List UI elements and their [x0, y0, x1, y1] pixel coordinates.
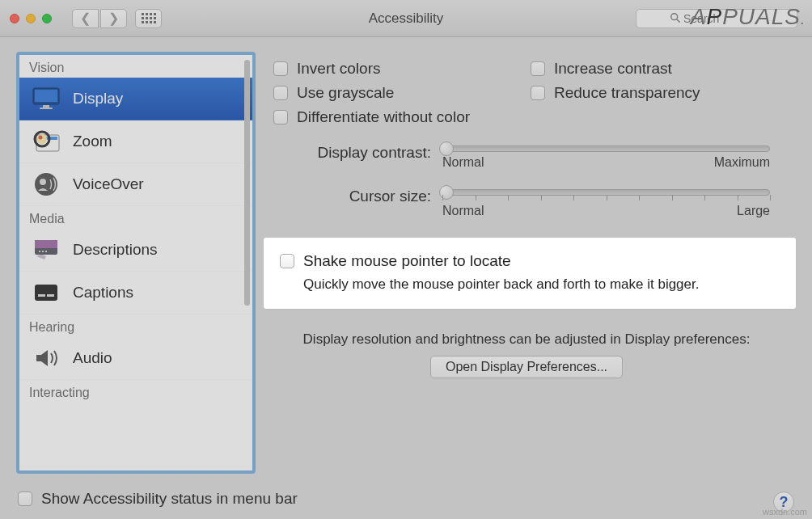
close-window-button[interactable]: [10, 14, 19, 23]
show-all-button[interactable]: [135, 9, 162, 28]
display-contrast-slider[interactable]: [442, 146, 770, 152]
sidebar-item-label: Zoom: [73, 133, 112, 150]
svg-point-10: [39, 136, 43, 140]
checkbox-label: Shake mouse pointer to locate: [303, 252, 511, 270]
zoom-icon: [31, 128, 61, 155]
differentiate-color-checkbox[interactable]: Differentiate without color: [273, 108, 780, 126]
window-titlebar: ❮ ❯ Accessibility: [0, 0, 812, 37]
sidebar-item-display[interactable]: Display: [19, 78, 252, 120]
sidebar-section-media: Media: [19, 206, 252, 229]
checkbox-icon: [280, 254, 294, 268]
audio-icon: [31, 344, 61, 372]
voiceover-icon: [31, 171, 61, 198]
svg-point-11: [35, 173, 57, 196]
sidebar-item-label: Descriptions: [73, 241, 158, 259]
sidebar: Vision Display Zoom VoiceOver Media: [16, 52, 256, 474]
display-contrast-label: Display contrast:: [273, 142, 431, 162]
checkbox-icon: [273, 61, 288, 76]
search-input[interactable]: [636, 9, 797, 28]
sidebar-item-label: Audio: [73, 349, 112, 367]
chevron-right-icon: ❯: [108, 11, 119, 26]
shake-mouse-checkbox[interactable]: Shake mouse pointer to locate: [280, 252, 780, 270]
checkbox-label: Reduce transparency: [554, 84, 700, 102]
svg-point-12: [40, 179, 46, 185]
svg-rect-18: [35, 285, 57, 301]
sidebar-item-label: VoiceOver: [73, 175, 144, 193]
sidebar-item-descriptions[interactable]: Descriptions: [19, 229, 252, 272]
svg-point-9: [37, 134, 47, 144]
checkbox-icon: [531, 86, 545, 100]
svg-rect-5: [40, 108, 53, 109]
svg-point-17: [45, 251, 47, 252]
search-field-wrap: [636, 9, 797, 28]
svg-rect-3: [35, 90, 57, 102]
open-display-preferences-button[interactable]: Open Display Preferences...: [430, 356, 623, 378]
invert-colors-checkbox[interactable]: Invert colors: [273, 60, 522, 78]
checkbox-label: Invert colors: [297, 60, 380, 78]
svg-rect-4: [43, 105, 49, 108]
use-grayscale-checkbox[interactable]: Use grayscale: [273, 84, 522, 102]
content-area: Vision Display Zoom VoiceOver Media: [0, 37, 812, 485]
shake-mouse-description: Quickly move the mouse pointer back and …: [303, 276, 780, 293]
sidebar-item-audio[interactable]: Audio: [19, 337, 252, 380]
nav-buttons: ❮ ❯: [72, 9, 127, 28]
slider-max-label: Maximum: [714, 155, 770, 170]
zoom-window-button[interactable]: [42, 14, 52, 23]
checkbox-icon: [18, 492, 32, 506]
resolution-note: Display resolution and brightness can be…: [273, 331, 780, 348]
checkbox-icon: [531, 61, 545, 76]
shake-mouse-highlight: Shake mouse pointer to locate Quickly mo…: [264, 238, 796, 309]
forward-button[interactable]: ❯: [100, 9, 127, 28]
sidebar-item-zoom[interactable]: Zoom: [19, 120, 252, 163]
cursor-size-label: Cursor size:: [273, 186, 431, 205]
slider-min-label: Normal: [442, 204, 484, 218]
svg-rect-20: [47, 294, 54, 297]
sidebar-item-voiceover[interactable]: VoiceOver: [19, 163, 252, 206]
captions-icon: [31, 279, 61, 306]
sidebar-section-vision: Vision: [19, 55, 252, 78]
source-watermark: wsxdn.com: [763, 507, 807, 517]
checkbox-label: Differentiate without color: [297, 108, 470, 126]
checkbox-label: Increase contrast: [554, 60, 672, 78]
svg-point-16: [42, 251, 44, 252]
increase-contrast-checkbox[interactable]: Increase contrast: [531, 60, 780, 78]
show-status-menubar-checkbox[interactable]: Show Accessibility status in menu bar: [18, 490, 298, 508]
sidebar-item-label: Display: [73, 90, 123, 108]
grid-icon: [142, 13, 156, 23]
slider-min-label: Normal: [442, 155, 484, 170]
svg-rect-14: [35, 240, 57, 248]
settings-panel: Invert colors Increase contrast Use gray…: [273, 52, 796, 474]
slider-max-label: Large: [737, 204, 770, 218]
checkbox-icon: [273, 110, 288, 124]
back-button[interactable]: ❮: [72, 9, 99, 28]
window-footer: Show Accessibility status in menu bar ?: [0, 485, 812, 519]
sidebar-item-captions[interactable]: Captions: [19, 272, 252, 314]
svg-rect-19: [38, 294, 45, 297]
traffic-lights: [10, 14, 52, 23]
reduce-transparency-checkbox[interactable]: Reduce transparency: [531, 84, 780, 102]
display-icon: [31, 85, 61, 112]
checkbox-label: Use grayscale: [297, 84, 394, 102]
checkbox-icon: [273, 86, 288, 100]
sidebar-section-interacting: Interacting: [19, 380, 252, 403]
svg-point-15: [39, 251, 40, 252]
descriptions-icon: [31, 236, 61, 264]
checkbox-label: Show Accessibility status in menu bar: [41, 490, 298, 508]
sidebar-item-label: Captions: [73, 284, 133, 302]
sidebar-section-hearing: Hearing: [19, 314, 252, 337]
sidebar-scrollbar[interactable]: [244, 58, 251, 467]
chevron-left-icon: ❮: [80, 11, 91, 26]
minimize-window-button[interactable]: [26, 14, 36, 23]
